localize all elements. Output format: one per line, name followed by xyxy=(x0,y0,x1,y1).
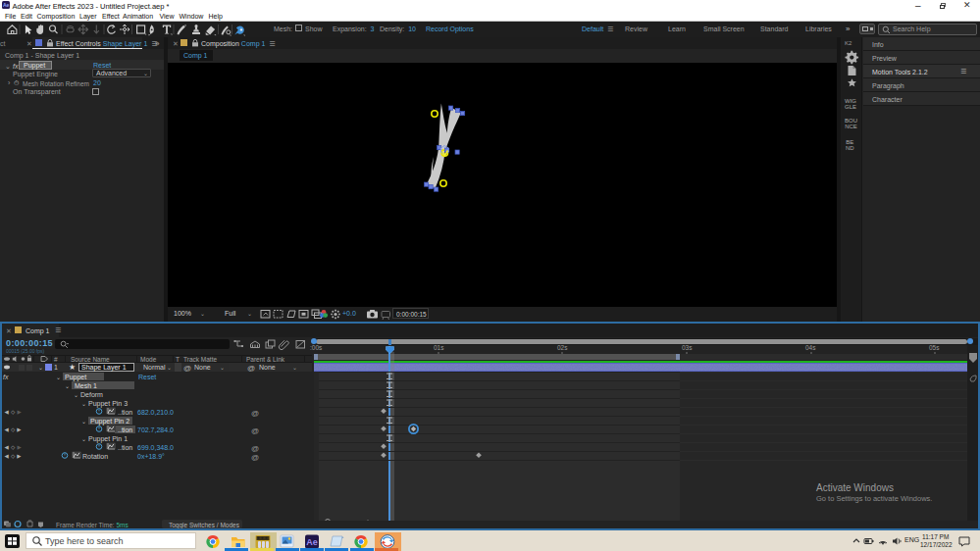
svg-text:Ae: Ae xyxy=(306,537,318,547)
